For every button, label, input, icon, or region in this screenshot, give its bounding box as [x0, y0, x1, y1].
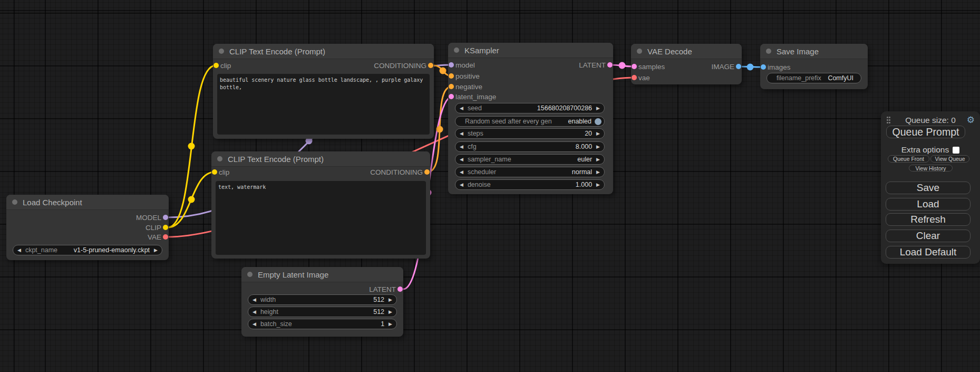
latent-image-input-dot[interactable]: [449, 94, 454, 99]
conditioning-output-dot[interactable]: [424, 169, 430, 175]
load-default-button[interactable]: Load Default: [886, 246, 971, 259]
extra-options-checkbox[interactable]: [953, 147, 959, 154]
latent-output-dot[interactable]: [607, 62, 613, 68]
output-slot-vae: VAE: [148, 232, 161, 242]
refresh-button[interactable]: Refresh: [886, 213, 971, 226]
next-arrow-icon[interactable]: ▶: [384, 319, 396, 329]
load-button[interactable]: Load: [886, 198, 971, 211]
input-slot-images: images: [768, 62, 791, 72]
drag-handle-icon[interactable]: [887, 117, 891, 125]
next-arrow-icon[interactable]: ▶: [592, 128, 604, 139]
denoise-widget[interactable]: ◀ denoise 1.000 ▶: [455, 179, 605, 190]
extra-options-label: Extra options: [901, 145, 949, 155]
node-ksampler[interactable]: KSampler model LATENT positive negative …: [448, 43, 613, 194]
positive-input-dot[interactable]: [449, 73, 454, 79]
settings-gear-icon[interactable]: ⚙: [967, 115, 975, 126]
prev-arrow-icon[interactable]: ◀: [248, 294, 260, 305]
positive-prompt-textarea[interactable]: beautiful scenery nature glass bottle la…: [217, 74, 430, 135]
output-slot-image: IMAGE: [711, 61, 734, 72]
node-vae-decode[interactable]: VAE Decode samples IMAGE vae: [631, 44, 742, 84]
node-save-image[interactable]: Save Image images filename_prefix ComfyU…: [760, 44, 868, 89]
image-output-dot[interactable]: [736, 64, 741, 69]
random-seed-toggle-widget[interactable]: Random seed after every gen enabled: [455, 116, 605, 127]
prev-arrow-icon[interactable]: ◀: [455, 179, 468, 190]
queue-front-button[interactable]: Queue Front: [888, 155, 929, 163]
conditioning-output-dot[interactable]: [428, 63, 433, 68]
view-queue-button[interactable]: View Queue: [930, 155, 969, 163]
queue-prompt-button[interactable]: Queue Prompt: [886, 126, 965, 138]
steps-widget[interactable]: ◀ steps 20 ▶: [455, 128, 605, 139]
clip-input-dot[interactable]: [214, 63, 219, 68]
next-arrow-icon[interactable]: ▶: [384, 307, 396, 317]
vae-input-dot[interactable]: [632, 75, 637, 80]
clear-button[interactable]: Clear: [886, 230, 971, 242]
node-status-icon: [219, 49, 224, 54]
input-slot-clip: clip: [219, 167, 229, 177]
node-clip-text-encode-positive[interactable]: CLIP Text Encode (Prompt) clip CONDITION…: [213, 44, 434, 139]
sampler-name-widget[interactable]: ◀ sampler_name euler ▶: [455, 154, 605, 165]
filename-prefix-widget[interactable]: filename_prefix ComfyUI: [766, 73, 861, 83]
prev-arrow-icon[interactable]: ◀: [248, 319, 260, 329]
node-graph-canvas[interactable]: Load Checkpoint MODEL CLIP VAE ◀ ckpt_na…: [0, 0, 980, 372]
model-input-dot[interactable]: [449, 62, 454, 68]
output-slot-conditioning: CONDITIONING: [370, 167, 423, 177]
images-input-dot[interactable]: [761, 64, 766, 70]
prev-arrow-icon[interactable]: ◀: [455, 167, 468, 177]
input-slot-samples: samples: [638, 61, 665, 72]
node-status-icon: [454, 47, 459, 53]
prev-arrow-icon[interactable]: ◀: [455, 141, 468, 152]
width-widget[interactable]: ◀ width 512 ▶: [248, 294, 397, 305]
next-arrow-icon[interactable]: ▶: [592, 167, 604, 177]
next-arrow-icon[interactable]: ▶: [592, 179, 604, 190]
node-status-icon: [217, 156, 222, 161]
node-title: CLIP Text Encode (Prompt): [228, 155, 324, 164]
next-arrow-icon[interactable]: ▶: [592, 103, 604, 113]
batch-size-widget[interactable]: ◀ batch_size 1 ▶: [248, 319, 397, 329]
node-title-bar[interactable]: CLIP Text Encode (Prompt): [213, 44, 434, 59]
seed-widget[interactable]: ◀ seed 156680208700286 ▶: [455, 103, 605, 113]
prev-arrow-icon[interactable]: ◀: [455, 128, 468, 139]
prev-arrow-icon[interactable]: ◀: [455, 103, 468, 113]
node-status-icon: [247, 272, 253, 277]
clip-output-dot[interactable]: [163, 225, 168, 230]
prev-arrow-icon[interactable]: ◀: [455, 154, 468, 165]
negative-prompt-textarea[interactable]: text, watermark: [216, 181, 426, 255]
clip-input-dot[interactable]: [212, 169, 217, 175]
model-output-dot[interactable]: [163, 215, 168, 220]
scheduler-widget[interactable]: ◀ scheduler normal ▶: [455, 167, 605, 177]
next-arrow-icon[interactable]: ▶: [150, 245, 162, 255]
node-clip-text-encode-negative[interactable]: CLIP Text Encode (Prompt) clip CONDITION…: [211, 151, 430, 259]
cfg-widget[interactable]: ◀ cfg 8.000 ▶: [455, 141, 605, 152]
node-title-bar[interactable]: Load Checkpoint: [6, 195, 169, 210]
next-arrow-icon[interactable]: ▶: [384, 294, 396, 305]
next-arrow-icon[interactable]: ▶: [592, 141, 604, 152]
input-slot-clip: clip: [220, 60, 231, 71]
vae-output-dot[interactable]: [163, 234, 168, 240]
prev-arrow-icon[interactable]: ◀: [248, 307, 260, 317]
node-load-checkpoint[interactable]: Load Checkpoint MODEL CLIP VAE ◀ ckpt_na…: [6, 195, 169, 260]
node-title: VAE Decode: [647, 47, 692, 56]
node-title: CLIP Text Encode (Prompt): [229, 47, 325, 56]
node-status-icon: [637, 49, 642, 54]
input-slot-positive: positive: [455, 71, 480, 81]
node-title-bar[interactable]: VAE Decode: [631, 44, 742, 59]
node-title-bar[interactable]: CLIP Text Encode (Prompt): [211, 151, 430, 167]
node-empty-latent-image[interactable]: Empty Latent Image LATENT ◀ width 512 ▶ …: [241, 267, 403, 337]
node-title-bar[interactable]: Save Image: [760, 44, 868, 59]
view-history-button[interactable]: View History: [909, 165, 953, 171]
ckpt-name-widget[interactable]: ◀ ckpt_name v1-5-pruned-emaonly.ckpt ▶: [13, 245, 162, 255]
output-slot-model: MODEL: [136, 212, 161, 223]
input-slot-model: model: [455, 60, 475, 70]
samples-input-dot[interactable]: [632, 64, 637, 69]
input-slot-latent-image: latent_image: [455, 91, 496, 102]
next-arrow-icon[interactable]: ▶: [592, 154, 604, 165]
latent-output-dot[interactable]: [397, 287, 403, 292]
save-button[interactable]: Save: [886, 182, 971, 194]
node-title-bar[interactable]: KSampler: [448, 43, 613, 58]
height-widget[interactable]: ◀ height 512 ▶: [248, 307, 397, 317]
prev-arrow-icon[interactable]: ◀: [13, 245, 25, 255]
negative-input-dot[interactable]: [449, 84, 454, 89]
node-title-bar[interactable]: Empty Latent Image: [241, 267, 403, 282]
toggle-indicator[interactable]: [595, 118, 601, 125]
queue-panel: Queue size: 0 ⚙ Queue Prompt Extra optio…: [881, 111, 980, 264]
